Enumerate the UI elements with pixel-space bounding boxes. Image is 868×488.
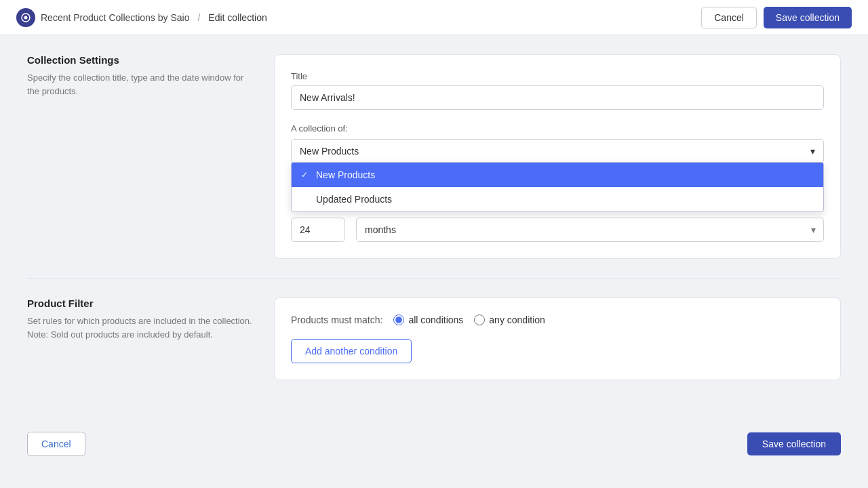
radio-any-condition[interactable]: any condition [474,314,545,325]
collection-type-dropdown[interactable]: New Products ▾ ✓ New Products Updated Pr… [291,139,824,163]
match-row: Products must match: all conditions any … [291,314,824,325]
add-condition-button[interactable]: Add another condition [291,339,412,363]
breadcrumb-app-name: Recent Product Collections by Saio [41,12,189,23]
time-row: days weeks months years ▾ [291,218,824,242]
collection-settings-title: Collection Settings [27,54,258,66]
collection-settings-section: Collection Settings Specify the collecti… [27,54,841,259]
section-divider [27,278,841,279]
title-label: Title [291,71,824,81]
main-content: Collection Settings Specify the collecti… [0,35,868,418]
checkmark-icon: ✓ [301,170,311,180]
app-icon [16,8,35,27]
dropdown-item-new-products[interactable]: ✓ New Products [292,163,823,187]
time-unit-select-wrapper: days weeks months years ▾ [356,218,824,242]
save-bottom-button[interactable]: Save collection [747,432,841,455]
title-input[interactable] [291,85,824,110]
product-filter-label-area: Product Filter Set rules for which produ… [27,298,258,380]
cancel-bottom-button[interactable]: Cancel [27,432,85,456]
match-label: Products must match: [291,314,382,325]
bottom-bar: Cancel Save collection [0,418,868,470]
dropdown-menu: ✓ New Products Updated Products [291,162,824,212]
dropdown-item-label: New Products [316,169,375,180]
all-conditions-label: all conditions [408,314,463,325]
collection-settings-card: Title A collection of: New Products ▾ ✓ … [274,54,841,259]
breadcrumb-separator: / [197,12,200,23]
product-filter-title: Product Filter [27,298,258,309]
collection-of-label: A collection of: [291,123,824,134]
product-filter-card: Products must match: all conditions any … [274,298,841,380]
dropdown-trigger[interactable]: New Products ▾ [291,139,824,163]
product-filter-description: Set rules for which products are include… [27,314,258,341]
any-condition-label: any condition [489,314,545,325]
save-top-button[interactable]: Save collection [764,7,852,28]
number-input[interactable] [291,218,345,242]
dropdown-selected-value: New Products [300,146,359,157]
radio-all-conditions[interactable]: all conditions [393,314,463,325]
time-unit-select[interactable]: days weeks months years [356,218,824,242]
breadcrumb-page-title: Edit collection [208,12,267,23]
radio-all-conditions-input[interactable] [393,314,404,325]
product-filter-section: Product Filter Set rules for which produ… [27,298,841,380]
chevron-down-icon: ▾ [810,146,815,157]
dropdown-item-updated-products[interactable]: Updated Products [292,187,823,211]
topbar: Recent Product Collections by Saio / Edi… [0,0,868,35]
radio-any-condition-input[interactable] [474,314,485,325]
topbar-actions: Cancel Save collection [701,7,852,28]
cancel-top-button[interactable]: Cancel [701,7,757,28]
dropdown-item-label: Updated Products [316,194,392,205]
collection-settings-label-area: Collection Settings Specify the collecti… [27,54,258,259]
breadcrumb: Recent Product Collections by Saio / Edi… [16,8,267,27]
collection-settings-description: Specify the collection title, type and t… [27,71,258,98]
svg-point-1 [24,16,28,19]
